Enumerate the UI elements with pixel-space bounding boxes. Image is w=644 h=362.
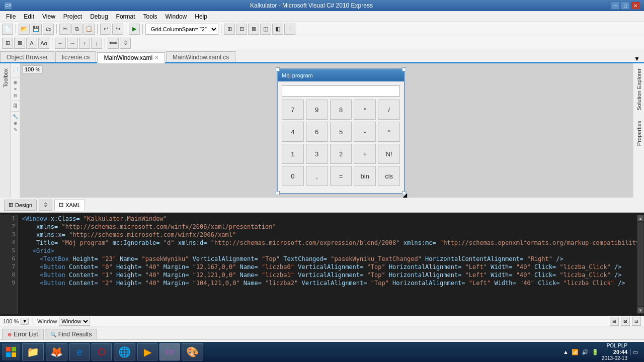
sidebar-icon3[interactable]: ⊟ — [14, 93, 18, 98]
close-button[interactable]: ✕ — [631, 2, 640, 10]
view-btn-3[interactable]: ⊡ — [632, 317, 641, 326]
btn-minus[interactable]: - — [354, 122, 376, 142]
toolbox-label[interactable]: Toolbox — [1, 63, 10, 93]
wpf-result-textbox[interactable] — [282, 85, 400, 97]
tb-align6[interactable]: ⋮ — [284, 24, 295, 35]
taskbar-chrome[interactable]: 🌐 — [114, 343, 135, 360]
tb2-7[interactable]: ↑ — [79, 38, 90, 49]
btn-6[interactable]: 6 — [306, 122, 328, 142]
btn-multiply[interactable]: * — [354, 100, 376, 120]
tb-new[interactable]: 📄 — [2, 24, 13, 35]
btn-0[interactable]: 0 — [282, 166, 304, 186]
tb-redo[interactable]: ↪ — [112, 24, 123, 35]
tb-align3[interactable]: ⊠ — [248, 24, 259, 35]
menu-window[interactable]: Window — [162, 12, 191, 21]
xaml-code-editor[interactable]: 1 2 3 4 5 6 7 8 9 <Window x:Class= "Kalk… — [0, 213, 644, 316]
tab-dropdown-button[interactable]: ▼ — [634, 55, 644, 62]
xaml-toggle-button[interactable]: ⊡ XAML — [54, 200, 85, 211]
btn-7[interactable]: 7 — [282, 100, 304, 120]
tb-save[interactable]: 💾 — [31, 24, 42, 35]
btn-divide[interactable]: / — [378, 100, 400, 120]
sidebar-icon5[interactable]: 🔧 — [13, 114, 18, 119]
btn-factorial[interactable]: N! — [378, 144, 400, 164]
btn-9[interactable]: 9 — [306, 100, 328, 120]
tb-align5[interactable]: ◧ — [272, 24, 283, 35]
btn-2[interactable]: 2 — [330, 144, 352, 164]
tb2-4[interactable]: Aα — [38, 38, 49, 49]
resize-handle-bl[interactable] — [276, 191, 280, 195]
sidebar-doc-outline[interactable]: 📄 — [12, 64, 19, 74]
tb-saveall[interactable]: 🗂 — [43, 24, 54, 35]
solution-explorer-label[interactable]: Solution Explorer — [634, 63, 643, 116]
btn-comma[interactable]: , — [306, 166, 328, 186]
sidebar-icon7[interactable]: ✎ — [14, 127, 18, 132]
tb-cut[interactable]: ✂ — [59, 24, 70, 35]
menu-format[interactable]: Format — [112, 12, 139, 21]
tb-run[interactable]: ▶ — [129, 24, 140, 35]
tray-show-hidden[interactable]: ▲ — [563, 349, 569, 355]
split-toggle-button[interactable]: ⇕ — [39, 200, 52, 211]
restore-button[interactable]: □ — [621, 2, 630, 10]
btn-5[interactable]: 5 — [330, 122, 352, 142]
minimize-button[interactable]: ─ — [611, 2, 620, 10]
tb2-5[interactable]: ← — [55, 38, 66, 49]
sidebar-icon1[interactable]: ⊞ — [14, 80, 18, 85]
tab-close-button[interactable]: ✕ — [154, 55, 158, 60]
menu-tools[interactable]: Tools — [139, 12, 162, 21]
taskbar-firefox[interactable]: 🦊 — [46, 343, 67, 360]
btn-1[interactable]: 1 — [282, 144, 304, 164]
tb2-3[interactable]: A — [26, 38, 37, 49]
tab-object-browser[interactable]: Object Browser — [0, 51, 54, 62]
design-toggle-button[interactable]: ⊞ Design — [4, 200, 37, 211]
resize-handle-br[interactable]: ◢ — [402, 191, 406, 195]
menu-edit[interactable]: Edit — [20, 12, 38, 21]
btn-power[interactable]: ^ — [378, 122, 400, 142]
tray-show-desktop[interactable]: ▭ — [630, 349, 638, 355]
taskbar-vs[interactable]: C# — [159, 343, 180, 360]
btn-3[interactable]: 3 — [306, 144, 328, 164]
sidebar-icon6[interactable]: ⊕ — [14, 121, 18, 126]
tb-align1[interactable]: ⊞ — [224, 24, 235, 35]
menu-view[interactable]: View — [38, 12, 59, 21]
layout-dropdown[interactable]: Grid.ColumnSpan= "2" — [145, 24, 218, 35]
tab-mainwindow-xaml-cs[interactable]: MainWindow.xaml.cs — [166, 51, 235, 62]
window-select[interactable]: Window — [59, 317, 90, 326]
tb-open[interactable]: 📂 — [19, 24, 30, 35]
tb2-2[interactable]: ⊠ — [14, 38, 25, 49]
start-button[interactable] — [2, 343, 20, 360]
btn-bin[interactable]: bin — [354, 166, 376, 186]
tab-find-results[interactable]: 🔍 Find Results — [45, 329, 98, 339]
editor-scrollbar[interactable]: ▲ ▼ — [637, 215, 644, 314]
tb-undo[interactable]: ↩ — [100, 24, 111, 35]
menu-debug[interactable]: Debug — [86, 12, 112, 21]
btn-4[interactable]: 4 — [282, 122, 304, 142]
menu-file[interactable]: File — [2, 12, 20, 21]
view-btn-1[interactable]: ⊞ — [610, 317, 619, 326]
tab-error-list[interactable]: ⊗ Error List — [2, 329, 44, 339]
tb2-6[interactable]: → — [67, 38, 78, 49]
tab-mainwindow-xaml[interactable]: MainWindow.xaml ✕ — [97, 52, 165, 63]
btn-plus[interactable]: + — [354, 144, 376, 164]
resize-handle-tr[interactable] — [402, 67, 406, 71]
tb-align2[interactable]: ⊟ — [236, 24, 247, 35]
tb-paste[interactable]: 📋 — [84, 24, 95, 35]
taskbar-blend[interactable]: 🎨 — [182, 343, 203, 360]
sidebar-icon2[interactable]: ≡ — [14, 86, 17, 92]
zoom-dropdown-button[interactable]: ▼ — [21, 318, 29, 325]
btn-cls[interactable]: cls — [378, 166, 400, 186]
btn-equals[interactable]: = — [330, 166, 352, 186]
view-btn-2[interactable]: ⊠ — [621, 317, 630, 326]
taskbar-player[interactable]: ▶ — [137, 343, 157, 360]
taskbar-ie[interactable]: e — [69, 343, 90, 360]
tb2-10[interactable]: ⇕ — [120, 38, 131, 49]
sidebar-icon4[interactable]: 🗄 — [13, 104, 18, 109]
tb2-8[interactable]: ↓ — [91, 38, 102, 49]
taskbar-opera[interactable]: O — [92, 343, 112, 360]
btn-8[interactable]: 8 — [330, 100, 352, 120]
tb2-1[interactable]: ⊞ — [2, 38, 13, 49]
tab-liczenie[interactable]: liczenie.cs — [55, 51, 96, 62]
resize-handle-tl[interactable] — [276, 67, 280, 71]
menu-help[interactable]: Help — [191, 12, 211, 21]
menu-project[interactable]: Project — [59, 12, 86, 21]
properties-label[interactable]: Properties — [634, 116, 643, 151]
